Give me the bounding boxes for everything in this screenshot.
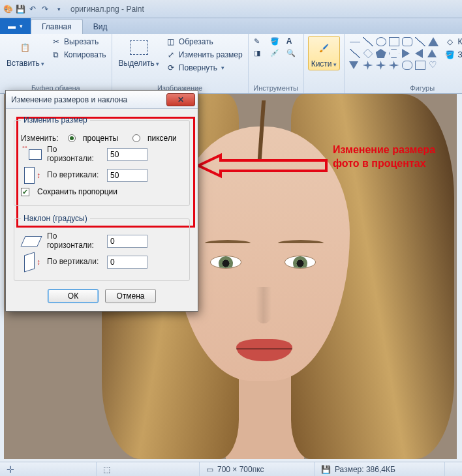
shape-hexagon[interactable]	[389, 49, 399, 58]
resize-h-label: По горизонтали:	[47, 145, 102, 164]
shape-triangle[interactable]	[428, 37, 439, 46]
group-label-tools: Инструменты	[253, 83, 300, 93]
copy-icon: ⧉	[51, 50, 61, 60]
fill-icon: 🪣	[445, 50, 455, 60]
file-tab[interactable]: ▬▾	[0, 18, 31, 34]
skew-h-input[interactable]: 0	[107, 235, 147, 248]
skew-v-label: По вертикали:	[47, 258, 102, 267]
dialog-close-button[interactable]: ✕	[166, 93, 195, 106]
shape-callout-rect[interactable]	[415, 61, 425, 70]
qat-more-icon[interactable]: ▾	[54, 4, 64, 14]
shape-oval[interactable]	[376, 37, 386, 46]
cancel-button[interactable]: Отмена	[105, 289, 156, 303]
ok-button[interactable]: ОК	[48, 289, 99, 303]
skew-v-input[interactable]: 0	[107, 256, 147, 269]
radio-pixels[interactable]	[132, 134, 140, 142]
status-cursor: ✛	[0, 462, 97, 476]
dialog-title: Изменение размеров и наклона	[11, 95, 127, 104]
select-icon	[129, 37, 149, 58]
magnifier-tool[interactable]: 🔍	[285, 48, 300, 58]
ribbon-tabs: ▬▾ Главная Вид	[0, 18, 462, 34]
shape-diamond[interactable]	[363, 49, 373, 59]
shape-arrow-right[interactable]	[402, 49, 410, 58]
window-titlebar: 🎨 💾 ↶ ↷ ▾ оригинал.png - Paint	[0, 0, 462, 18]
group-clipboard: 📋 Вставить▾ ✂Вырезать ⧉Копировать Буфер …	[0, 34, 112, 93]
group-brushes: 🖌️ Кисти▾	[304, 34, 345, 93]
resize-dialog: Изменение размеров и наклона ✕ Изменить …	[5, 90, 198, 312]
resize-button[interactable]: ⤢Изменить размер	[164, 49, 244, 61]
status-filesize: 💾Размер: 386,4КБ	[315, 462, 445, 476]
shape-star5[interactable]	[376, 61, 386, 70]
resize-v-input[interactable]: 50	[107, 169, 147, 182]
status-bar: ✛ ⬚ ▭700 × 700пкс 💾Размер: 386,4КБ	[0, 462, 462, 476]
shape-callout-round[interactable]	[402, 61, 412, 70]
paste-button[interactable]: 📋 Вставить▾	[4, 36, 47, 69]
resize-v-icon: ↕	[21, 166, 42, 185]
pencil-tool[interactable]: ✎	[253, 36, 267, 46]
selection-icon: ⬚	[103, 465, 110, 474]
shape-outline-button[interactable]: ◇Контур▾	[444, 36, 462, 48]
change-by-label: Изменить:	[21, 134, 63, 143]
redo-icon[interactable]: ↷	[40, 4, 50, 14]
radio-percent[interactable]	[68, 134, 76, 142]
group-tools: ✎ 🪣 A ◨ 💉 🔍 Инструменты	[249, 34, 304, 93]
copy-button[interactable]: ⧉Копировать	[50, 49, 108, 61]
shape-star4[interactable]	[363, 61, 373, 70]
resize-h-icon: ↔	[21, 145, 42, 164]
text-tool[interactable]: A	[285, 36, 300, 46]
tab-home[interactable]: Главная	[31, 19, 83, 34]
group-image: Выделить▾ ◫Обрезать ⤢Изменить размер ⟳По…	[112, 34, 249, 93]
shape-arrow-left[interactable]	[415, 49, 423, 58]
skew-fieldset: Наклон (градусы) По горизонтали: 0 ↕ По …	[14, 214, 190, 281]
resize-v-label: По вертикали:	[47, 171, 102, 180]
skew-h-label: По горизонтали:	[47, 232, 102, 250]
resize-h-input[interactable]: 50	[107, 148, 147, 161]
group-label-shapes: Фигуры	[348, 83, 462, 93]
keep-ratio-checkbox[interactable]: ✔	[21, 188, 29, 196]
brushes-button[interactable]: 🖌️ Кисти▾	[308, 36, 340, 70]
rotate-button[interactable]: ⟳Повернуть▾	[164, 62, 244, 74]
shape-heart[interactable]: ♡	[428, 61, 439, 70]
shape-rect[interactable]	[389, 37, 399, 46]
shape-pentagon[interactable]	[376, 49, 386, 58]
cut-button[interactable]: ✂Вырезать	[50, 36, 108, 48]
disk-icon: 💾	[321, 465, 331, 474]
picker-tool[interactable]: 💉	[269, 48, 283, 58]
status-dimensions: ▭700 × 700пкс	[200, 462, 315, 476]
shape-curve[interactable]	[363, 37, 373, 46]
eraser-tool[interactable]: ◨	[253, 48, 267, 58]
shape-arrow-down[interactable]	[349, 61, 358, 69]
shapes-gallery[interactable]: ♡	[348, 36, 441, 72]
shape-line[interactable]	[350, 42, 360, 51]
skew-v-icon: ↕	[21, 253, 42, 271]
save-icon[interactable]: 💾	[15, 4, 25, 14]
brush-icon: 🖌️	[313, 38, 334, 59]
ribbon: 📋 Вставить▾ ✂Вырезать ⧉Копировать Буфер …	[0, 34, 462, 94]
resize-legend: Изменить размер	[21, 115, 90, 125]
dialog-titlebar[interactable]: Изменение размеров и наклона ✕	[6, 91, 198, 109]
crop-button[interactable]: ◫Обрезать	[164, 36, 244, 48]
shape-polygon[interactable]	[415, 37, 425, 46]
fill-tool[interactable]: 🪣	[269, 36, 283, 46]
resize-icon: ⤢	[166, 50, 176, 60]
undo-icon[interactable]: ↶	[27, 4, 38, 14]
tab-view[interactable]: Вид	[83, 20, 118, 34]
shape-roundrect[interactable]	[402, 37, 412, 46]
select-button[interactable]: Выделить▾	[116, 36, 162, 69]
cursor-icon: ✛	[7, 464, 14, 475]
cut-icon: ✂	[51, 37, 61, 47]
skew-legend: Наклон (градусы)	[21, 214, 90, 223]
close-icon: ✕	[177, 95, 184, 104]
shape-fill-button[interactable]: 🪣Заливка▾	[444, 49, 462, 61]
resize-fieldset: Изменить размер Изменить: проценты пиксе…	[14, 115, 190, 206]
dimensions-icon: ▭	[206, 465, 213, 474]
status-selection: ⬚	[97, 462, 200, 476]
shape-star6[interactable]	[389, 61, 399, 70]
skew-h-icon	[21, 232, 42, 250]
outline-icon: ◇	[445, 37, 455, 47]
window-title: оригинал.png - Paint	[70, 5, 144, 14]
shape-arrow-up[interactable]	[427, 50, 437, 57]
annotation-arrow	[198, 153, 329, 179]
paste-icon: 📋	[15, 37, 36, 58]
keep-ratio-label: Сохранить пропорции	[37, 187, 117, 196]
